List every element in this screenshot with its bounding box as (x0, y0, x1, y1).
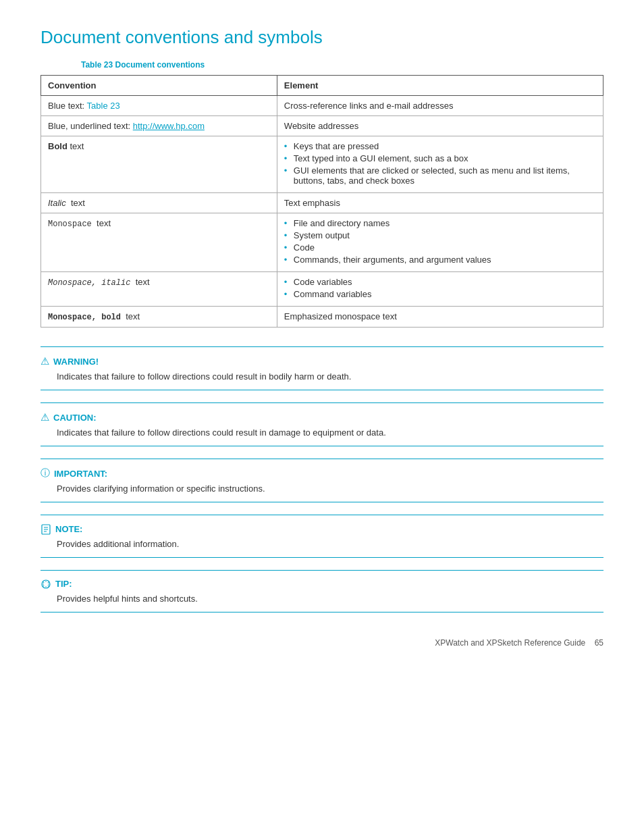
convention-text: Blue text: (48, 101, 87, 111)
element-text: Emphasized monospace text (284, 311, 397, 321)
note-body: Provides additional information. (41, 539, 603, 549)
element-text: Text emphasis (284, 198, 340, 208)
table-row: Bold text Keys that are pressed Text typ… (41, 136, 603, 193)
caution-block: ⚠ CAUTION: Indicates that failure to fol… (41, 402, 603, 446)
table-row: Monospace, bold text Emphasized monospac… (41, 307, 603, 328)
list-item: Code (284, 242, 596, 253)
page-number: 65 (595, 638, 603, 648)
caution-label: CAUTION: (53, 413, 97, 423)
convention-text: text (66, 198, 85, 208)
important-label: IMPORTANT: (54, 469, 107, 479)
element-cell: Text emphasis (277, 193, 603, 213)
hp-link[interactable]: http://www.hp.com (133, 121, 205, 131)
element-cell: Website addresses (277, 116, 603, 136)
table-row: Monospace text File and directory names … (41, 213, 603, 272)
note-icon (41, 523, 51, 535)
monospace-convention: Monospace (48, 219, 92, 229)
element-cell: File and directory names System output C… (277, 213, 603, 272)
element-bullets: Keys that are pressed Text typed into a … (284, 141, 596, 186)
convention-cell: Blue, underlined text: http://www.hp.com (41, 116, 277, 136)
convention-text: Blue, underlined text: (48, 121, 133, 131)
list-item: Text typed into a GUI element, such as a… (284, 153, 596, 163)
page-footer: XPWatch and XPSketch Reference Guide 65 (41, 633, 603, 648)
tip-block: TIP: Provides helpful hints and shortcut… (41, 570, 603, 613)
tip-label: TIP: (55, 579, 72, 589)
warning-label: WARNING! (53, 357, 99, 367)
important-header: ⓘ IMPORTANT: (41, 467, 603, 479)
convention-cell: Monospace, bold text (41, 307, 277, 328)
list-item: System output (284, 230, 596, 240)
convention-text: text (130, 277, 149, 287)
tip-icon (41, 579, 51, 590)
warning-header: ⚠ WARNING! (41, 355, 603, 367)
convention-cell: Monospace, italic text (41, 272, 277, 307)
tip-header: TIP: (41, 579, 603, 590)
important-block: ⓘ IMPORTANT: Provides clarifying informa… (41, 459, 603, 502)
italic-convention: Italic (48, 198, 66, 208)
tip-body: Provides helpful hints and shortcuts. (41, 594, 603, 604)
bold-convention: Bold (48, 141, 68, 151)
caution-body: Indicates that failure to follow directi… (41, 427, 603, 438)
table-row: Italic text Text emphasis (41, 193, 603, 213)
element-cell: Cross-reference links and e-mail address… (277, 96, 603, 116)
convention-cell: Italic text (41, 193, 277, 213)
convention-cell: Bold text (41, 136, 277, 193)
list-item: Keys that are pressed (284, 141, 596, 151)
note-block: NOTE: Provides additional information. (41, 515, 603, 558)
element-text: Cross-reference links and e-mail address… (284, 101, 454, 111)
list-item: Command variables (284, 289, 596, 299)
conventions-table: Convention Element Blue text: Table 23 C… (41, 75, 603, 328)
table-row: Blue, underlined text: http://www.hp.com… (41, 116, 603, 136)
list-item: File and directory names (284, 218, 596, 228)
convention-text: text (92, 218, 111, 228)
convention-text: text (121, 311, 140, 321)
footer-text: XPWatch and XPSketch Reference Guide (435, 638, 585, 648)
col-header-convention: Convention (41, 76, 277, 96)
caution-header: ⚠ CAUTION: (41, 411, 603, 423)
convention-cell: Blue text: Table 23 (41, 96, 277, 116)
important-icon: ⓘ (41, 467, 50, 479)
table-row: Monospace, italic text Code variables Co… (41, 272, 603, 307)
element-bullets: File and directory names System output C… (284, 218, 596, 265)
important-body: Provides clarifying information or speci… (41, 484, 603, 494)
convention-cell: Monospace text (41, 213, 277, 272)
page-title: Document conventions and symbols (41, 27, 603, 48)
monospace-italic-convention: Monospace, italic (48, 278, 130, 288)
caution-icon: ⚠ (41, 411, 49, 423)
warning-body: Indicates that failure to follow directi… (41, 371, 603, 382)
note-header: NOTE: (41, 523, 603, 535)
note-label: NOTE: (55, 524, 82, 534)
table23-link[interactable]: Table 23 (87, 101, 120, 111)
element-cell: Code variables Command variables (277, 272, 603, 307)
monospace-bold-convention: Monospace, bold (48, 313, 121, 322)
warning-icon: ⚠ (41, 355, 49, 367)
element-text: Website addresses (284, 121, 358, 131)
element-bullets: Code variables Command variables (284, 277, 596, 299)
warning-block: ⚠ WARNING! Indicates that failure to fol… (41, 346, 603, 390)
list-item: GUI elements that are clicked or selecte… (284, 165, 596, 186)
element-cell: Emphasized monospace text (277, 307, 603, 328)
table-row: Blue text: Table 23 Cross-reference link… (41, 96, 603, 116)
list-item: Commands, their arguments, and argument … (284, 255, 596, 265)
list-item: Code variables (284, 277, 596, 287)
convention-text: text (68, 141, 84, 151)
col-header-element: Element (277, 76, 603, 96)
element-cell: Keys that are pressed Text typed into a … (277, 136, 603, 193)
table-caption: Table 23 Document conventions (81, 60, 603, 70)
